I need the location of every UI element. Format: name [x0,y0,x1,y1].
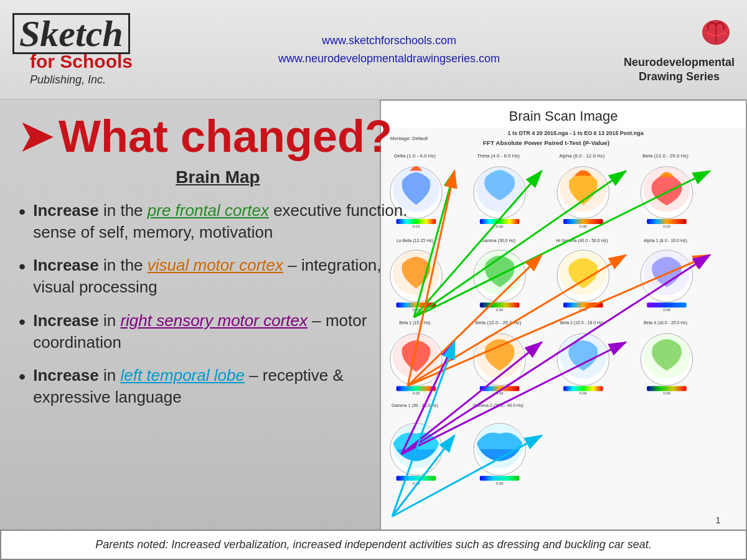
svg-rect-38 [480,302,520,307]
svg-text:0.06: 0.06 [496,225,504,228]
svg-text:Beta (12.0 - 25.0 Hz): Beta (12.0 - 25.0 Hz) [476,320,522,325]
svg-text:0.06: 0.06 [496,482,504,485]
svg-rect-26 [647,219,687,224]
svg-text:0.06: 0.06 [496,308,504,312]
list-item: Increase in the visual motor cortex – in… [19,254,417,298]
svg-text:1: 1 [716,515,721,525]
bullet-text-3: Increase in right sensory motor cortex –… [33,310,417,353]
left-temporal-lobe-link[interactable]: left temporal lobe [120,366,244,385]
bullet-list: Increase in the pre frontal cortex execu… [19,200,417,408]
svg-rect-22 [563,219,603,224]
svg-text:0.08: 0.08 [580,225,587,228]
svg-text:Beta 3 (18.0 - 25.0 Hz): Beta 3 (18.0 - 25.0 Hz) [644,320,687,325]
bottom-note: Parents noted: Increased verbalization, … [0,530,747,560]
url2[interactable]: www.neurodevelopmentaldrawingseries.com [181,50,598,68]
prefrontal-cortex-link[interactable]: pre frontal cortex [148,201,269,220]
svg-text:Gamma (30.0 Hz): Gamma (30.0 Hz) [481,238,515,243]
svg-text:Theta (4.0 - 8.0 Hz): Theta (4.0 - 8.0 Hz) [477,153,520,159]
visual-motor-cortex-link[interactable]: visual motor cortex [148,256,283,274]
left-panel: ➤ What changed? Brain Map Increase in th… [0,100,436,560]
bullet-text-1: Increase in the pre frontal cortex execu… [33,200,417,243]
svg-rect-62 [563,386,603,391]
bullet-text-2: Increase in the visual motor cortex – in… [33,254,417,298]
svg-rect-66 [647,386,687,391]
svg-text:Hi Gamma (40.0 - 50.0 Hz): Hi Gamma (40.0 - 50.0 Hz) [556,238,608,243]
bullet-text-4: Increase in left temporal lobe – recepti… [33,365,417,408]
svg-text:0.05: 0.05 [663,391,670,395]
logo-area: Sketch for Schools Publishing, Inc. [12,13,181,86]
svg-text:Beta (12.0 - 25.0 Hz): Beta (12.0 - 25.0 Hz) [642,153,688,159]
what-changed-heading: ➤ What changed? [19,112,417,161]
svg-text:0.03: 0.03 [580,308,587,312]
center-urls: www.sketchforschools.com www.neurodevelo… [181,32,598,68]
right-sensory-motor-cortex-link[interactable]: right sensory motor cortex [120,311,308,330]
svg-text:Beta 2 (15.0 - 18.0 Hz): Beta 2 (15.0 - 18.0 Hz) [560,320,604,325]
page-header: Sketch for Schools Publishing, Inc. www.… [0,0,747,100]
svg-text:0.03: 0.03 [663,225,670,228]
list-item: Increase in right sensory motor cortex –… [19,310,417,353]
list-item: Increase in left temporal lobe – recepti… [19,365,417,408]
increase-label-1: Increase [33,201,99,220]
main-content: ➤ What changed? Brain Map Increase in th… [0,100,747,560]
increase-label-3: Increase [33,311,99,330]
svg-rect-58 [480,386,520,391]
sketch-logo: Sketch [12,13,130,54]
svg-rect-46 [647,302,687,307]
increase-label-2: Increase [33,256,99,274]
svg-text:0.08: 0.08 [663,308,670,312]
brain-map-title: Brain Map [19,167,417,187]
svg-rect-18 [480,219,520,224]
svg-text:Gamma 2 (35.0 - 40.0 Hz): Gamma 2 (35.0 - 40.0 Hz) [473,403,524,408]
svg-text:Alpha (8.0 - 12.0 Hz): Alpha (8.0 - 12.0 Hz) [559,153,605,159]
svg-text:FFT Absolute Power Paired t-Te: FFT Absolute Power Paired t-Test (P-Valu… [483,139,609,146]
increase-label-4: Increase [33,366,99,385]
right-arrow-icon: ➤ [19,114,52,159]
for-schools-text: for Schools [30,51,133,72]
list-item: Increase in the pre frontal cortex execu… [19,200,417,243]
publishing-text: Publishing, Inc. [30,73,106,86]
neurodevelopmental-title: Neurodevelopmental Drawing Series [624,55,735,85]
svg-text:1 ts DTR 4 20 2015.nga - 1 ts : 1 ts DTR 4 20 2015.nga - 1 ts EO 6 13 20… [508,130,644,136]
svg-text:0.06: 0.06 [580,391,587,395]
url1[interactable]: www.sketchforschools.com [181,32,598,50]
svg-rect-42 [563,302,603,307]
svg-rect-76 [480,476,520,481]
bottom-note-text: Parents noted: Increased verbalization, … [14,537,733,553]
sketch-logo-text: Sketch [12,13,130,54]
svg-text:Alpha 1 (8.0 - 10.0 Hz): Alpha 1 (8.0 - 10.0 Hz) [644,238,687,243]
svg-text:0.03: 0.03 [496,391,504,395]
right-logo-area: Neurodevelopmental Drawing Series [598,15,735,85]
brain-icon [697,15,735,52]
